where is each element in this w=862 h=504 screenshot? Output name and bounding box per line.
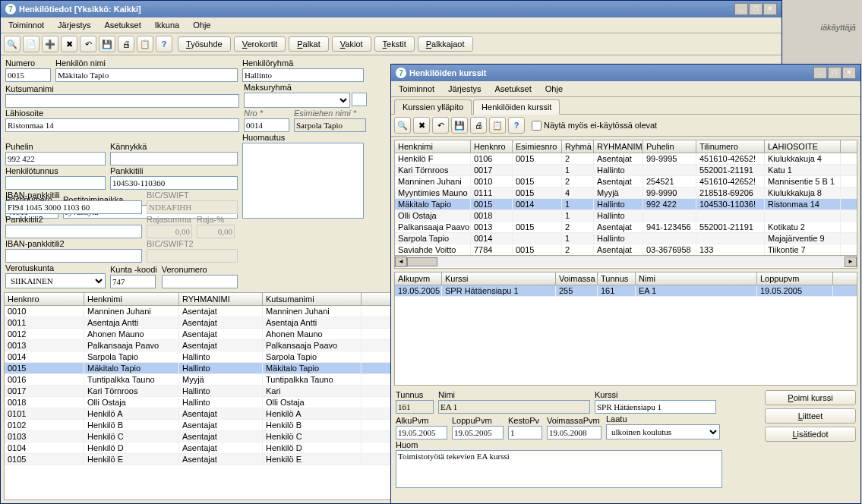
alkupvm-field[interactable] [396, 426, 447, 439]
henknimi-field[interactable] [55, 68, 238, 82]
col-ryhmanimi[interactable]: RYHMANIMI [594, 140, 643, 153]
bic2-field[interactable] [147, 249, 238, 263]
menu-ohje[interactable]: Ohje [187, 19, 216, 31]
col-esimiesnro[interactable]: Esimiesnro [513, 140, 562, 153]
table-row[interactable]: Palkansaaja Paavo001300152Asentajat941-1… [395, 222, 857, 233]
show-inactive-check[interactable]: Näytä myös ei-käytössä olevat [532, 121, 657, 131]
col-nimi[interactable]: Nimi [636, 272, 757, 285]
menu-järjestys[interactable]: Järjestys [52, 19, 96, 31]
col-henknimi[interactable]: Henknimi [84, 293, 179, 305]
col-voimassa[interactable]: Voimassa [556, 272, 598, 285]
help-icon[interactable]: ? [156, 36, 172, 52]
delete-icon[interactable]: ✖ [61, 36, 77, 52]
col-puhelin[interactable]: Puhelin [643, 140, 696, 153]
lahi-field[interactable] [5, 118, 239, 132]
rajapct-field[interactable] [197, 225, 235, 238]
lisätiedot-button[interactable]: Lisätiedot [765, 427, 856, 442]
undo-icon[interactable]: ↶ [432, 117, 449, 134]
add-icon[interactable]: ➕ [42, 36, 58, 52]
maximize-button[interactable]: □ [749, 3, 763, 15]
vakiot-button[interactable]: Vakiot [332, 36, 371, 52]
scroll-thumb[interactable] [407, 257, 437, 266]
print-icon[interactable]: 🖨 [470, 117, 487, 134]
esimies-field[interactable] [294, 118, 366, 132]
henktunnus-field[interactable] [5, 176, 106, 190]
save-icon[interactable]: 💾 [99, 36, 115, 52]
new-icon[interactable]: 📄 [23, 36, 39, 52]
liitteet-button[interactable]: Liitteet [765, 408, 856, 424]
huom-textarea[interactable]: Toimistotyötä tekevien EA kurssi [396, 450, 722, 488]
close-button[interactable]: × [842, 67, 856, 79]
kestopv-field[interactable] [508, 426, 542, 439]
puhelin-field[interactable] [5, 152, 106, 165]
pankkitili2-field[interactable] [5, 225, 142, 238]
col-alkupvm[interactable]: Alkupvm [395, 272, 442, 285]
tab-0[interactable]: Kurssien ylläpito [394, 99, 472, 115]
col-henknro[interactable]: Henknro [471, 140, 513, 153]
palkat-button[interactable]: Palkat [289, 36, 329, 52]
iban2-field[interactable] [5, 249, 142, 263]
nimi-field[interactable] [438, 400, 590, 414]
bic-field[interactable] [147, 200, 238, 214]
print-icon[interactable]: 🖨 [118, 36, 134, 52]
table-row[interactable]: Henkilö F010600152Asentajat99-9995451610… [395, 153, 857, 165]
undo-icon[interactable]: ↶ [80, 36, 96, 52]
palkkajaot-button[interactable]: Palkkajaot [418, 36, 473, 52]
menu-asetukset[interactable]: Asetukset [488, 83, 537, 95]
col-lahiosoite[interactable]: LAHIOSOITE [765, 140, 841, 153]
help-icon[interactable]: ? [508, 117, 525, 134]
menu-järjestys[interactable]: Järjestys [442, 83, 487, 95]
iban-field[interactable] [5, 200, 142, 214]
numero-field[interactable] [5, 68, 51, 82]
preview-icon[interactable]: 📋 [489, 117, 506, 134]
menu-ohje[interactable]: Ohje [539, 83, 569, 95]
table-row[interactable]: Manninen Juhani001000152Asentajat2545214… [395, 176, 857, 187]
col-tunnus[interactable]: Tunnus [598, 272, 636, 285]
close-button[interactable]: × [763, 3, 777, 15]
tekstit-button[interactable]: Tekstit [374, 36, 415, 52]
huom-field[interactable] [242, 143, 364, 219]
verokortit-button[interactable]: Verokortit [234, 36, 286, 52]
col-loppupvm[interactable]: Loppupvm [757, 272, 833, 285]
col-kutsumanimi[interactable]: Kutsumanimi [263, 293, 362, 305]
maksuryhma-select[interactable] [244, 93, 350, 108]
search-icon[interactable]: 🔍 [394, 117, 411, 134]
search-icon[interactable]: 🔍 [4, 36, 21, 52]
minimize-button[interactable]: _ [813, 67, 827, 79]
kannykka-field[interactable] [110, 152, 238, 165]
rajasumma-field[interactable] [147, 225, 192, 238]
menu-asetukset[interactable]: Asetukset [98, 19, 147, 31]
col-ryhmanimi[interactable]: RYHMANIMI [179, 293, 263, 305]
poimi-kurssi-button[interactable]: Poimi kurssi [765, 390, 856, 405]
table-row[interactable]: Olli Ostaja00181Hallinto [395, 210, 857, 222]
preview-icon[interactable]: 📋 [137, 36, 153, 52]
pankkitili-field[interactable] [110, 176, 238, 190]
tab-1[interactable]: Henkilöiden kurssit [473, 99, 560, 115]
kurssi-field[interactable] [595, 400, 716, 414]
table-row[interactable]: Saviahde Voitto778400152Asentajat03-3676… [395, 244, 857, 255]
maximize-button[interactable]: □ [828, 67, 841, 79]
laatu-select[interactable]: ulkoinen koulutus [606, 424, 720, 439]
menu-ikkuna[interactable]: Ikkuna [149, 19, 185, 31]
scroll-right-icon[interactable]: ► [845, 257, 857, 267]
table-row[interactable]: Mäkitalo Tapio001500141Hallinto992 42210… [395, 199, 857, 210]
työsuhde-button[interactable]: Työsuhde [178, 36, 231, 52]
col-henknimi[interactable]: Henknimi [395, 140, 471, 153]
menu-toiminnot[interactable]: Toiminnot [393, 83, 440, 95]
col-kurssi[interactable]: Kurssi [442, 272, 556, 285]
delete-icon[interactable]: ✖ [413, 117, 430, 134]
voimassapvm-field[interactable] [547, 426, 602, 439]
kutsumanimi-field[interactable] [5, 94, 239, 108]
col-tilinumero[interactable]: Tilinumero [696, 140, 765, 153]
table-row[interactable]: Myyntimies Mauno011100154Myyjä99-9990218… [395, 187, 857, 199]
table-row[interactable]: Kari Törnroos00171Hallinto552001-21191Ka… [395, 165, 857, 176]
loppupvm-field[interactable] [452, 426, 504, 439]
nro-field[interactable] [244, 118, 289, 132]
veronro-field[interactable] [162, 275, 238, 288]
henkryhma-field[interactable] [242, 68, 364, 82]
verotuskunta-select[interactable]: SIIKAINEN [5, 273, 106, 288]
minimize-button[interactable]: _ [734, 3, 748, 15]
save-icon[interactable]: 💾 [451, 117, 468, 134]
menu-toiminnot[interactable]: Toiminnot [2, 19, 50, 31]
table-row[interactable]: 19.05.2005SPR Hätäensiapu 1255161EA 119.… [395, 285, 857, 297]
